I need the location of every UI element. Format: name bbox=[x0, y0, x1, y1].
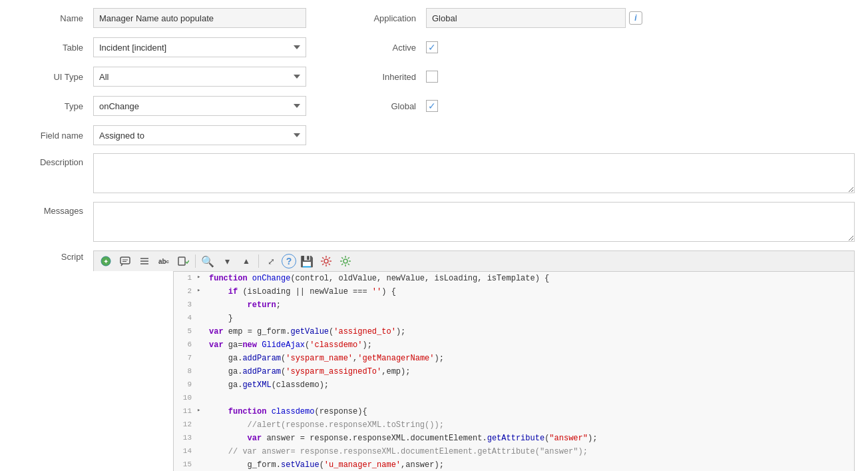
code-line: 6var ga=new GlideAjax('classdemo'); bbox=[174, 338, 854, 352]
info-icon[interactable]: i bbox=[629, 11, 642, 25]
line-arrow bbox=[197, 365, 206, 366]
code-line: 11▸ function classdemo(response){ bbox=[174, 405, 854, 418]
line-arrow: ▸ bbox=[197, 272, 206, 282]
active-checkmark: ✓ bbox=[428, 42, 436, 53]
dropdown-button[interactable]: ▾ bbox=[218, 253, 236, 269]
line-arrow bbox=[197, 432, 206, 433]
messages-textarea[interactable] bbox=[93, 202, 855, 242]
description-content bbox=[93, 153, 855, 195]
line-content: ga.getXML(classdemo); bbox=[206, 378, 854, 392]
line-number: 4 bbox=[174, 312, 197, 324]
code-line: 9 ga.getXML(classdemo); bbox=[174, 378, 854, 392]
code-line: 8 ga.addParam('sysparm_assignedTo',emp); bbox=[174, 365, 854, 378]
name-label: Name bbox=[13, 13, 93, 23]
application-input[interactable] bbox=[426, 8, 626, 28]
expand-button[interactable]: ⤢ bbox=[262, 253, 280, 269]
line-content: var answer = response.responseXML.docume… bbox=[206, 432, 854, 445]
line-number: 6 bbox=[174, 338, 197, 351]
line-number: 15 bbox=[174, 458, 197, 471]
line-number: 5 bbox=[174, 325, 197, 338]
line-arrow: ▸ bbox=[197, 405, 206, 416]
line-arrow bbox=[197, 458, 206, 460]
code-line: 12 //alert(response.responseXML.toString… bbox=[174, 418, 854, 432]
type-label: Type bbox=[13, 101, 93, 111]
svg-point-9 bbox=[324, 259, 328, 263]
line-content: function onChange(control, oldValue, new… bbox=[206, 272, 854, 285]
type-select[interactable]: onChange bbox=[93, 96, 306, 116]
global-checkbox[interactable]: ✓ bbox=[426, 100, 438, 112]
settings-button[interactable] bbox=[337, 253, 354, 269]
svg-point-10 bbox=[343, 259, 347, 263]
active-checkbox[interactable]: ✓ bbox=[426, 41, 438, 53]
ui-type-select[interactable]: All bbox=[93, 67, 306, 87]
form-container: Name Table Incident [incident] UI Type A… bbox=[0, 0, 868, 471]
script-label: Script bbox=[13, 250, 93, 471]
script-toolbar: ✦ abc 🔍 ▾ bbox=[93, 250, 855, 271]
line-number: 2 bbox=[174, 285, 197, 298]
code-line: 3 return; bbox=[174, 298, 854, 312]
line-content: g_form.setValue('u_manager_name',answer)… bbox=[206, 458, 854, 471]
line-content bbox=[206, 392, 854, 405]
line-arrow bbox=[197, 445, 206, 446]
line-arrow bbox=[197, 338, 206, 340]
table-select[interactable]: Incident [incident] bbox=[93, 37, 306, 57]
inherited-row: Inherited bbox=[359, 65, 855, 88]
messages-row: Messages bbox=[13, 202, 855, 244]
global-checkmark: ✓ bbox=[428, 101, 436, 111]
description-textarea[interactable] bbox=[93, 153, 855, 193]
line-arrow bbox=[197, 352, 206, 353]
line-arrow bbox=[197, 392, 206, 393]
line-number: 8 bbox=[174, 365, 197, 378]
code-line: 7 ga.addParam('sysparm_name','getManager… bbox=[174, 352, 854, 365]
line-arrow: ▸ bbox=[197, 285, 206, 296]
global-label: Global bbox=[359, 101, 426, 111]
field-name-select[interactable]: Assigned to bbox=[93, 125, 306, 145]
name-input[interactable] bbox=[93, 8, 306, 28]
svg-rect-2 bbox=[120, 257, 130, 264]
ui-type-row: UI Type All bbox=[13, 65, 346, 88]
line-content: if (isLoading || newValue === '') { bbox=[206, 285, 854, 298]
line-number: 3 bbox=[174, 298, 197, 311]
line-number: 12 bbox=[174, 418, 197, 431]
code-line: 15 g_form.setValue('u_manager_name',answ… bbox=[174, 458, 854, 471]
inherited-label: Inherited bbox=[359, 72, 426, 82]
line-content: //alert(response.responseXML.toString())… bbox=[206, 418, 854, 432]
find-replace-button[interactable]: abc bbox=[155, 253, 172, 269]
line-number: 10 bbox=[174, 392, 197, 404]
global-row: Global ✓ bbox=[359, 95, 855, 117]
line-content: ga.addParam('sysparm_assignedTo',emp); bbox=[206, 365, 854, 378]
up-button[interactable]: ▲ bbox=[238, 253, 255, 269]
application-label: Application bbox=[359, 13, 426, 23]
configure-button[interactable] bbox=[318, 253, 335, 269]
name-row: Name bbox=[13, 7, 346, 29]
active-label: Active bbox=[359, 43, 426, 53]
help-button[interactable]: ? bbox=[282, 254, 296, 268]
search-button[interactable]: 🔍 bbox=[199, 253, 216, 269]
messages-label: Messages bbox=[13, 202, 93, 244]
save-button[interactable]: 💾 bbox=[298, 253, 316, 269]
separator-1 bbox=[195, 254, 196, 268]
inherited-checkbox[interactable] bbox=[426, 71, 438, 83]
line-content: // var answer= response.responseXML.docu… bbox=[206, 445, 854, 458]
line-content: function classdemo(response){ bbox=[206, 405, 854, 418]
comment-button[interactable] bbox=[116, 253, 134, 269]
script-row: Script ✦ abc bbox=[13, 250, 855, 471]
code-check-button[interactable] bbox=[174, 253, 192, 269]
line-arrow bbox=[197, 298, 206, 300]
list-button[interactable] bbox=[136, 253, 153, 269]
svg-rect-8 bbox=[178, 257, 185, 265]
separator-2 bbox=[258, 254, 259, 268]
two-col-layout: Name Table Incident [incident] UI Type A… bbox=[13, 7, 855, 153]
field-name-row: Field name Assigned to bbox=[13, 124, 346, 147]
code-line: 2▸ if (isLoading || newValue === '') { bbox=[174, 285, 854, 298]
format-button[interactable]: ✦ bbox=[97, 253, 114, 269]
line-arrow bbox=[197, 312, 206, 313]
line-arrow bbox=[197, 325, 206, 326]
line-number: 13 bbox=[174, 432, 197, 444]
field-name-label: Field name bbox=[13, 131, 93, 141]
table-label: Table bbox=[13, 43, 93, 53]
line-number: 9 bbox=[174, 378, 197, 391]
code-editor[interactable]: 1▸function onChange(control, oldValue, n… bbox=[173, 271, 855, 471]
line-content: return; bbox=[206, 298, 854, 312]
code-line: 10 bbox=[174, 392, 854, 405]
